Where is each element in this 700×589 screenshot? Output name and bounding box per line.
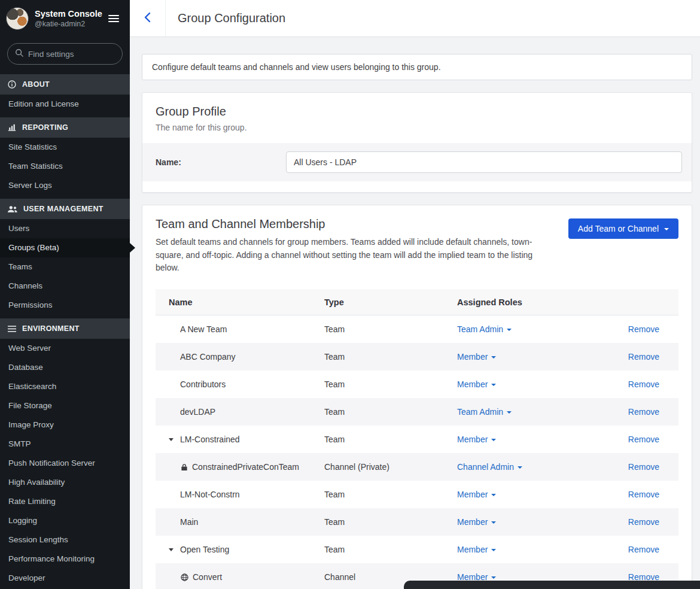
role-dropdown[interactable]: Member xyxy=(457,435,496,444)
sidebar-item-permissions[interactable]: Permissions xyxy=(0,296,130,315)
sidebar-item-server-logs[interactable]: Server Logs xyxy=(0,176,130,195)
role-dropdown[interactable]: Member xyxy=(457,490,496,499)
sidebar-item-channels[interactable]: Channels xyxy=(0,277,130,296)
role-dropdown[interactable]: Channel Admin xyxy=(457,462,522,472)
row-role-cell: Team Admin xyxy=(457,324,601,334)
sidebar-item-rate-limiting[interactable]: Rate Limiting xyxy=(0,492,130,511)
row-name: Convert xyxy=(193,572,222,582)
role-dropdown[interactable]: Team Admin xyxy=(457,324,512,334)
role-dropdown[interactable]: Member xyxy=(457,545,496,554)
sidebar-category-label: REPORTING xyxy=(22,123,68,132)
role-dropdown[interactable]: Member xyxy=(457,352,496,362)
row-role-cell: Member xyxy=(457,517,601,527)
collapse-caret-icon[interactable] xyxy=(169,548,176,551)
settings-search[interactable] xyxy=(7,43,123,65)
sidebar-item-team-statistics[interactable]: Team Statistics xyxy=(0,157,130,176)
table-header: Name Type Assigned Roles xyxy=(156,289,678,315)
row-role-cell: Team Admin xyxy=(457,407,601,417)
search-icon xyxy=(15,48,23,59)
sidebar-item-database[interactable]: Database xyxy=(0,358,130,377)
remove-link[interactable]: Remove xyxy=(628,462,659,472)
sidebar-item-teams[interactable]: Teams xyxy=(0,257,130,277)
search-input[interactable] xyxy=(28,50,115,59)
row-role-cell: Member xyxy=(457,379,601,389)
row-name-cell: Open Testing xyxy=(156,545,324,554)
main-header: Group Configuration xyxy=(130,0,700,37)
chevron-down-icon xyxy=(507,329,512,331)
remove-link[interactable]: Remove xyxy=(628,435,659,444)
role-dropdown[interactable]: Member xyxy=(457,379,496,389)
row-type: Team xyxy=(324,545,457,554)
sidebar-item-performance-monitoring[interactable]: Performance Monitoring xyxy=(0,549,130,569)
role-label: Member xyxy=(457,352,488,362)
remove-link[interactable]: Remove xyxy=(628,490,659,499)
role-label: Team Admin xyxy=(457,324,503,334)
sidebar-item-groups-beta[interactable]: Groups (Beta) xyxy=(0,238,130,257)
table-row: A New Team Team Team Admin Remove xyxy=(156,315,678,343)
chevron-down-icon xyxy=(507,411,512,414)
role-dropdown[interactable]: Team Admin xyxy=(457,407,512,417)
row-name: devLDAP xyxy=(180,407,215,417)
back-button[interactable] xyxy=(130,0,166,37)
group-name-input[interactable] xyxy=(286,151,682,173)
card-foot-pad xyxy=(142,181,692,192)
sidebar-item-elasticsearch[interactable]: Elasticsearch xyxy=(0,377,130,396)
remove-link[interactable]: Remove xyxy=(628,407,659,417)
sidebar-item-session-lengths[interactable]: Session Lengths xyxy=(0,530,130,549)
remove-link[interactable]: Remove xyxy=(628,324,659,334)
group-profile-title: Group Profile xyxy=(156,105,678,119)
membership-title: Team and Channel Membership xyxy=(156,217,541,231)
row-name-cell: Main xyxy=(156,517,324,527)
chevron-down-icon xyxy=(491,439,496,441)
row-type: Team xyxy=(324,352,457,362)
sidebar-nav: ABOUT Edition and License REPORTING Site… xyxy=(0,74,130,588)
row-remove-cell: Remove xyxy=(601,435,678,444)
main: Group Configuration Configure default te… xyxy=(130,0,700,589)
sidebar-item-push-notification-server[interactable]: Push Notification Server xyxy=(0,454,130,473)
console-username: @katie-admin2 xyxy=(35,20,100,28)
content: Configure default teams and channels and… xyxy=(130,54,700,589)
role-label: Member xyxy=(457,490,488,499)
sidebar-item-high-availability[interactable]: High Availability xyxy=(0,473,130,492)
sidebar-item-users[interactable]: Users xyxy=(0,219,130,238)
sidebar-item-edition-and-license[interactable]: Edition and License xyxy=(0,95,130,114)
sidebar-section: ABOUT Edition and License xyxy=(0,74,130,114)
avatar[interactable] xyxy=(6,7,29,30)
sidebar-category-user-management: USER MANAGEMENT xyxy=(0,199,130,219)
add-team-or-channel-button[interactable]: Add Team or Channel xyxy=(568,218,678,239)
table-body: A New Team Team Team Admin Remove ABC Co… xyxy=(156,315,678,589)
sidebar-item-web-server[interactable]: Web Server xyxy=(0,339,130,358)
globe-icon xyxy=(181,573,188,581)
collapse-caret-icon[interactable] xyxy=(169,438,176,441)
row-name-cell: ABC Company xyxy=(156,352,324,362)
sidebar-item-smtp[interactable]: SMTP xyxy=(0,435,130,454)
menu-icon[interactable] xyxy=(106,13,121,25)
membership-head: Team and Channel Membership Set default … xyxy=(142,205,692,275)
row-role-cell: Channel Admin xyxy=(457,462,601,472)
chevron-down-icon xyxy=(491,384,496,386)
row-remove-cell: Remove xyxy=(601,352,678,362)
row-type: Team xyxy=(324,324,457,334)
remove-link[interactable]: Remove xyxy=(628,352,659,362)
sidebar-item-site-statistics[interactable]: Site Statistics xyxy=(0,138,130,157)
remove-link[interactable]: Remove xyxy=(628,379,659,389)
row-name-cell: ConstrainedPrivateConTeam xyxy=(156,462,324,472)
row-type: Team xyxy=(324,517,457,527)
info-icon xyxy=(8,80,16,89)
role-dropdown[interactable]: Member xyxy=(457,517,496,527)
sidebar-item-image-proxy[interactable]: Image Proxy xyxy=(0,415,130,435)
search-wrap xyxy=(0,37,130,74)
membership-head-text: Team and Channel Membership Set default … xyxy=(156,217,541,275)
remove-link[interactable]: Remove xyxy=(628,517,659,527)
sidebar-section: USER MANAGEMENT Users Groups (Beta) Team… xyxy=(0,199,130,315)
role-label: Team Admin xyxy=(457,407,503,417)
row-role-cell: Member xyxy=(457,490,601,499)
row-remove-cell: Remove xyxy=(601,517,678,527)
remove-link[interactable]: Remove xyxy=(628,545,659,554)
role-label: Member xyxy=(457,545,488,554)
row-name: LM-Not-Constrn xyxy=(180,490,240,499)
sidebar-item-logging[interactable]: Logging xyxy=(0,511,130,530)
sidebar-item-file-storage[interactable]: File Storage xyxy=(0,396,130,415)
bottom-dark-bar xyxy=(404,581,700,589)
sidebar-item-developer[interactable]: Developer xyxy=(0,569,130,588)
